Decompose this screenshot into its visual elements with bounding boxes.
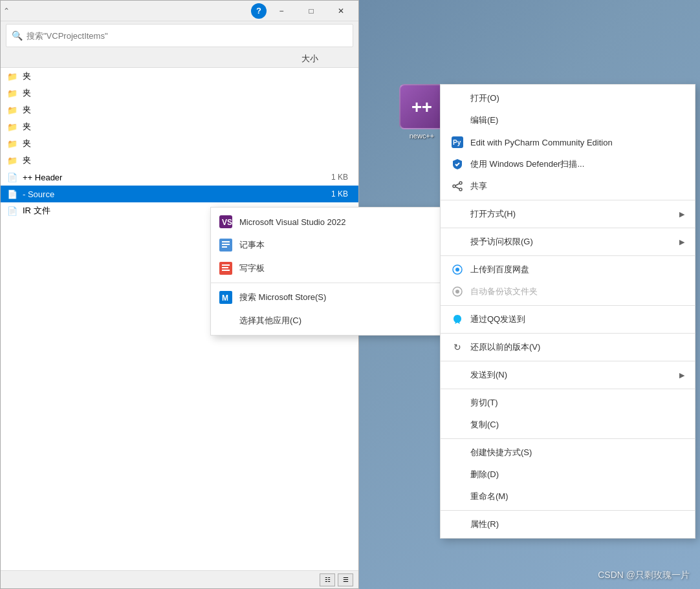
- name-column-header: [6, 54, 301, 63]
- svg-point-15: [453, 185, 455, 187]
- search-input[interactable]: [27, 31, 347, 41]
- ctx-grant-access[interactable]: 授予访问权限(G) ▶: [441, 231, 695, 253]
- ctx-copy-label: 复制(C): [470, 419, 499, 431]
- ctx-open-with-label: 打开方式(H): [470, 208, 516, 220]
- ctx-separator-3: [441, 255, 695, 256]
- titlebar: ⌃ ? − □ ✕: [1, 1, 358, 21]
- open-with-notepad[interactable]: 记事本: [211, 233, 443, 257]
- ctx-arrow-icon-2: ▶: [679, 238, 684, 246]
- qq-send-icon: [451, 313, 464, 326]
- file-name: 夹: [23, 155, 301, 166]
- ctx-restore-version[interactable]: ↻ 还原以前的版本(V): [441, 336, 695, 358]
- minimize-button[interactable]: −: [267, 1, 296, 21]
- ctx-share-label: 共享: [470, 180, 487, 192]
- ctx-qq-send-left: 通过QQ发送到: [451, 313, 525, 326]
- ctx-open-label: 打开(O): [470, 92, 499, 104]
- list-view-button[interactable]: ☰: [338, 573, 353, 586]
- ctx-delete-left: 删除(D): [451, 468, 499, 481]
- list-item-selected[interactable]: 📄 - Source 1 KB: [1, 186, 358, 202]
- open-with-wordpad[interactable]: 写字板: [211, 257, 443, 280]
- ctx-defender[interactable]: 使用 Windows Defender扫描...: [441, 153, 695, 175]
- baidu-upload-icon: [451, 263, 464, 276]
- ctx-share[interactable]: 共享: [441, 175, 695, 197]
- ctx-properties[interactable]: 属性(R): [441, 513, 695, 535]
- ctx-open[interactable]: 打开(O): [441, 87, 695, 109]
- ctx-arrow-icon: ▶: [679, 210, 684, 219]
- open-with-vs[interactable]: VS Microsoft Visual Studio 2022: [211, 210, 443, 233]
- open-with-other[interactable]: 选择其他应用(C): [211, 309, 443, 332]
- file-icon: 📄: [6, 172, 19, 182]
- chevron-up-icon[interactable]: ⌃: [3, 6, 10, 16]
- rename-icon: [451, 490, 464, 503]
- svg-text:M: M: [222, 294, 228, 303]
- ctx-pycharm-label: Edit with PyCharm Community Edition: [470, 138, 613, 147]
- ctx-baidu-upload[interactable]: 上传到百度网盘: [441, 259, 695, 281]
- ctx-share-left: 共享: [451, 180, 487, 193]
- ctx-arrow-icon-3: ▶: [679, 371, 684, 380]
- size-column-header: 大小: [301, 53, 353, 65]
- svg-rect-9: [222, 270, 230, 271]
- help-button[interactable]: ?: [251, 3, 267, 19]
- list-item[interactable]: 📁 夹: [1, 85, 358, 102]
- ctx-cut-label: 剪切(T): [470, 397, 498, 409]
- auto-backup-icon: [451, 285, 464, 298]
- open-with-wordpad-label: 写字板: [239, 262, 265, 274]
- svg-text:Py: Py: [453, 139, 461, 146]
- ctx-separator-9: [441, 510, 695, 511]
- ctx-pycharm[interactable]: Py Edit with PyCharm Community Edition: [441, 131, 695, 153]
- list-item[interactable]: 📄 ++ Header 1 KB: [1, 169, 358, 186]
- npp-icon-symbol: ++: [411, 97, 432, 116]
- search-store-label: 搜索 Microsoft Store(S): [239, 292, 326, 303]
- defender-icon: [451, 158, 464, 171]
- maximize-button[interactable]: □: [296, 1, 326, 21]
- list-item[interactable]: 📁 夹: [1, 102, 358, 118]
- ctx-rename[interactable]: 重命名(M): [441, 486, 695, 508]
- ctx-cut-left: 剪切(T): [451, 396, 498, 409]
- list-item[interactable]: 📁 夹: [1, 152, 358, 169]
- ctx-cut[interactable]: 剪切(T): [441, 392, 695, 414]
- ctx-send-to[interactable]: 发送到(N) ▶: [441, 364, 695, 386]
- file-name: 夹: [23, 121, 301, 133]
- ctx-send-to-left: 发送到(N): [451, 369, 507, 381]
- ctx-grant-access-left: 授予访问权限(G): [451, 235, 533, 248]
- ctx-copy-left: 复制(C): [451, 418, 499, 431]
- ctx-delete-label: 删除(D): [470, 469, 499, 480]
- ctx-auto-backup-label: 自动备份该文件夹: [470, 286, 538, 297]
- file-name: ++ Header: [23, 173, 301, 182]
- open-with-store[interactable]: M 搜索 Microsoft Store(S): [211, 286, 443, 309]
- ctx-properties-label: 属性(R): [470, 519, 499, 530]
- svg-line-18: [455, 187, 459, 189]
- ctx-separator-5: [441, 333, 695, 334]
- list-item[interactable]: 📁 夹: [1, 135, 358, 152]
- folder-icon: 📁: [6, 88, 19, 98]
- list-item[interactable]: 📁 夹: [1, 118, 358, 135]
- list-item[interactable]: 📁 夹: [1, 68, 358, 85]
- ctx-create-shortcut-label: 创建快捷方式(S): [470, 447, 532, 458]
- copy-icon: [451, 418, 464, 431]
- ctx-create-shortcut[interactable]: 创建快捷方式(S): [441, 442, 695, 464]
- context-menu: 打开(O) 编辑(E) Py Edit with PyCharm Communi…: [440, 84, 695, 539]
- ctx-qq-send[interactable]: 通过QQ发送到: [441, 308, 695, 330]
- close-button[interactable]: ✕: [326, 1, 356, 21]
- ctx-edit[interactable]: 编辑(E): [441, 109, 695, 131]
- vs-icon: VS: [219, 215, 233, 229]
- ctx-delete[interactable]: 删除(D): [441, 464, 695, 486]
- search-bar: 🔍: [6, 24, 353, 47]
- delete-icon: [451, 468, 464, 481]
- grant-access-icon: [451, 235, 464, 248]
- ctx-separator-1: [441, 200, 695, 200]
- ctx-rename-left: 重命名(M): [451, 490, 509, 503]
- ctx-copy[interactable]: 复制(C): [441, 414, 695, 436]
- properties-icon: [451, 518, 464, 531]
- csdn-watermark: CSDN @只剩玫瑰一片: [598, 570, 690, 581]
- ctx-restore-version-left: ↻ 还原以前的版本(V): [451, 341, 540, 354]
- folder-icon: 📁: [6, 155, 19, 166]
- svg-point-20: [455, 268, 459, 272]
- ctx-restore-version-label: 还原以前的版本(V): [470, 341, 540, 353]
- ctx-open-with[interactable]: 打开方式(H) ▶: [441, 203, 695, 225]
- file-name: 夹: [23, 138, 301, 149]
- cut-icon: [451, 396, 464, 409]
- ctx-send-to-label: 发送到(N): [470, 369, 507, 381]
- details-view-button[interactable]: ☷: [320, 573, 335, 586]
- svg-rect-3: [222, 241, 230, 242]
